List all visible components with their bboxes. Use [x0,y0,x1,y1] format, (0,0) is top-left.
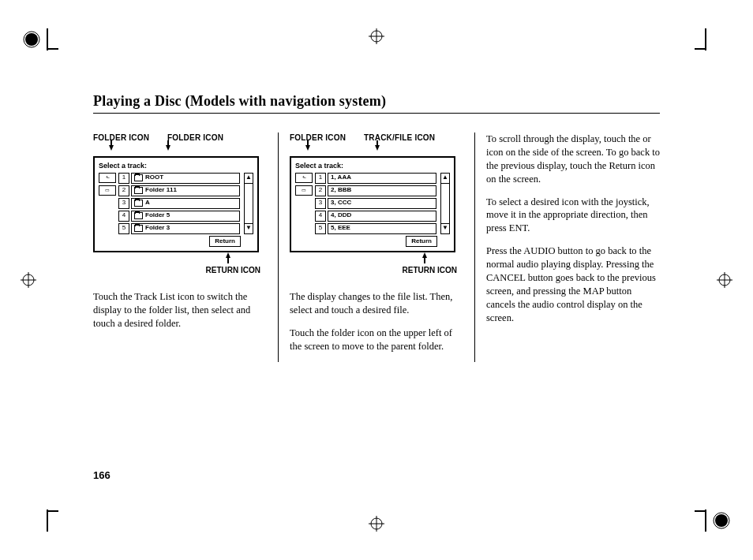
list-item[interactable]: 5Folder 3 [118,223,240,234]
body-text: To select a desired icon with the joysti… [486,196,660,236]
folder-icon [134,212,143,219]
callout-return-icon: RETURN ICON [290,265,463,276]
body-text: To scroll through the display, touch the… [486,133,660,186]
folder-nav-icon[interactable]: ▭ [99,185,116,196]
folder-icon [134,174,143,181]
arrow-down-icon [305,145,310,151]
arrow-down-icon [109,145,114,151]
body-text: Touch the Track List icon to switch the … [93,290,267,330]
body-text: Touch the folder icon on the upper left … [290,327,463,353]
arrow-up-icon [226,252,230,258]
title-rule [93,113,660,114]
list-item[interactable]: 33, CCC [315,198,436,209]
column-3: To scroll through the display, touch the… [474,133,660,362]
folder-icon [134,225,143,232]
print-reg-mark [717,272,732,288]
callout-folder-icon: FOLDER ICON [290,133,364,144]
scroll-up-icon[interactable]: ▲ [440,173,450,184]
list-item[interactable]: 22, BBB [315,185,436,196]
arrow-down-icon [375,145,380,151]
column-1: FOLDER ICON FOLDER ICON Select a track: … [93,133,267,362]
folder-icon [134,200,143,207]
print-reg-mark [21,510,58,532]
scroll-up-icon[interactable]: ▲ [244,173,253,184]
print-reg-mark [21,28,58,50]
content-columns: FOLDER ICON FOLDER ICON Select a track: … [93,133,660,362]
print-reg-mark [21,272,36,288]
callout-folder-icon-left: FOLDER ICON [93,133,167,144]
figure-file-list: FOLDER ICON TRACK/FILE ICON Select a tra… [290,133,463,276]
column-2: FOLDER ICON TRACK/FILE ICON Select a tra… [278,133,463,362]
print-reg-mark [695,28,732,50]
callout-track-file-icon: TRACK/FILE ICON [364,133,435,144]
page-number: 166 [93,469,111,481]
list-item[interactable]: 3A [118,198,240,209]
screen-folder-list: Select a track: ⬑ ▭ 1ROOT 2Folder 111 3A… [93,156,259,253]
list-item[interactable]: 4Folder 5 [118,211,240,222]
parent-folder-icon[interactable]: ⬑ [295,173,313,183]
print-reg-mark [369,516,384,532]
folder-rows: 1ROOT 2Folder 111 3A 4Folder 5 5Folder 3 [118,173,240,234]
scrollbar[interactable]: ▲ ▼ [440,173,450,234]
body-text: The display changes to the file list. Th… [290,290,463,317]
parent-folder-icon[interactable]: ⬑ [99,173,116,183]
file-rows: 11, AAA 22, BBB 33, CCC 44, DDD 55, EEE [315,173,436,234]
list-item[interactable]: 44, DDD [315,211,436,222]
svg-point-1 [25,33,38,46]
list-item[interactable]: 55, EEE [315,223,436,234]
scroll-down-icon[interactable]: ▼ [440,223,450,234]
screen-title: Select a track: [99,161,253,170]
return-button[interactable]: Return [209,236,241,248]
arrow-down-icon [166,145,170,151]
svg-point-9 [715,514,728,527]
print-reg-mark [695,510,732,532]
arrow-up-icon [422,252,427,258]
callout-folder-icon-right: FOLDER ICON [167,133,223,144]
figure-folder-list: FOLDER ICON FOLDER ICON Select a track: … [93,133,267,276]
list-item[interactable]: 2Folder 111 [118,185,240,196]
return-button[interactable]: Return [406,236,437,248]
list-item[interactable]: 1ROOT [118,173,240,184]
scrollbar[interactable]: ▲ ▼ [244,173,253,234]
folder-nav-icon[interactable]: ▭ [295,185,313,196]
print-reg-mark [369,28,384,44]
body-text: Press the AUDIO button to go back to the… [486,245,660,324]
screen-title: Select a track: [295,161,450,170]
callout-return-icon: RETURN ICON [93,265,267,276]
list-item[interactable]: 11, AAA [315,173,436,184]
screen-file-list: Select a track: ⬑ ▭ 11, AAA 22, BBB 33, … [290,156,455,253]
scroll-down-icon[interactable]: ▼ [244,223,253,234]
page-title: Playing a Disc (Models with navigation s… [93,93,660,110]
folder-icon [134,187,143,194]
